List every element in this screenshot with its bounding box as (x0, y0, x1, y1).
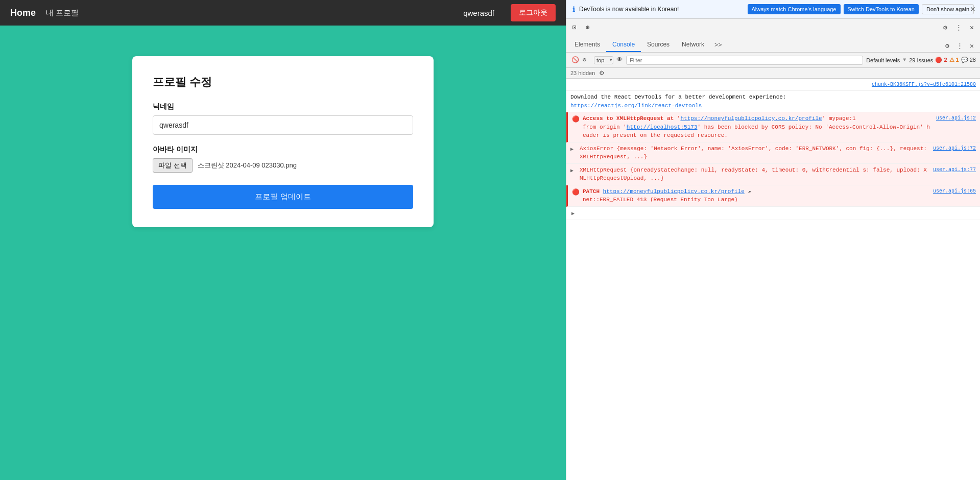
main-content: 프로필 수정 닉네임 아바타 이미지 파일 선택 스크린샷 2024-04-09… (0, 26, 566, 480)
file-select-button[interactable]: 파일 선택 (153, 158, 193, 173)
expand-arrow-1: ▶ (570, 146, 577, 153)
notification-text: DevTools is now available in Korean! (579, 6, 742, 13)
app-container: Home 내 프로필 qwerasdf 로그아웃 프로필 수정 닉네임 아바타 … (0, 0, 566, 480)
xhr-content: XMLHttpRequest {onreadystatechange: null… (580, 166, 930, 183)
toggle-device-toolbar-icon[interactable]: ⊡ (568, 21, 581, 34)
error-icon-2: 🔴 (572, 188, 580, 197)
expand-arrow-bottom: ▶ (571, 210, 578, 218)
patch-error-content: PATCH https://moneyfulpublicpolicy.co.kr… (583, 187, 930, 204)
extra-count: 💬 28 (961, 57, 976, 63)
console-filter-input[interactable] (626, 56, 863, 65)
entry-3-source[interactable]: user.api.js:72 (933, 145, 976, 152)
tab-network[interactable]: Network (676, 38, 710, 52)
devtools-tabs: Elements Console Sources Network >> ⚙ ⋮ … (566, 36, 980, 53)
entry-4-source[interactable]: user.api.js:77 (933, 166, 976, 174)
update-profile-button[interactable]: 프로필 업데이트 (153, 185, 413, 209)
cors-error-text1: ' mypage:1 (822, 115, 856, 122)
info-icon: ℹ (572, 5, 575, 14)
file-name: 스크린샷 2024-04-09 023030.png (198, 161, 297, 170)
xhr-text: XMLHttpRequest {onreadystatechange: null… (580, 167, 927, 182)
devtools-panel: ℹ DevTools is now available in Korean! A… (566, 0, 980, 480)
devtools-notification-bar: ℹ DevTools is now available in Korean! A… (566, 0, 980, 19)
tab-settings-icon[interactable]: ⚙ (941, 40, 953, 52)
error-icon-1: 🔴 (572, 115, 580, 124)
console-entry-expand-bottom[interactable]: ▶ (566, 207, 980, 220)
match-language-button[interactable]: Always match Chrome's language (748, 4, 841, 14)
entry-2-source[interactable]: user.api.js:2 (936, 114, 976, 122)
profile-card: 프로필 수정 닉네임 아바타 이미지 파일 선택 스크린샷 2024-04-09… (132, 56, 434, 227)
tab-more-icon[interactable]: >> (710, 39, 726, 52)
console-entry-xhr[interactable]: ▶ XMLHttpRequest {onreadystatechange: nu… (566, 164, 980, 185)
avatar-section: 아바타 이미지 파일 선택 스크린샷 2024-04-09 023030.png (153, 145, 413, 173)
cors-error-highlight: Access to XMLHttpRequest at ' (583, 115, 680, 122)
react-devtools-link[interactable]: https://reactjs.org/link/react-devtools (570, 103, 702, 109)
warn-count: ⚠ 1 (949, 57, 959, 63)
context-selector-wrapper: top ▼ (594, 56, 613, 64)
switch-devtools-button[interactable]: Switch DevTools to Korean (844, 4, 919, 14)
chevron-levels-icon: ▼ (903, 57, 906, 63)
notification-actions: Always match Chrome's language Switch De… (748, 4, 974, 14)
default-levels-select[interactable]: Default levels (866, 57, 900, 63)
file-row: 파일 선택 스크린샷 2024-04-09 023030.png (153, 158, 413, 173)
console-entry-1: chunk-BK36KSFF.js?v=d5fe6101:21580 (566, 79, 980, 91)
dont-show-button[interactable]: Don't show again (922, 4, 974, 14)
entry-1-text: Download the React DevTools for a better… (570, 94, 786, 100)
console-entry-patch-error: 🔴 PATCH https://moneyfulpublicpolicy.co.… (566, 185, 980, 207)
patch-method: PATCH (583, 188, 603, 195)
eye-icon[interactable]: 👁 (616, 56, 623, 64)
tab-close-icon[interactable]: ✕ (966, 40, 978, 52)
console-output: chunk-BK36KSFF.js?v=d5fe6101:21580 Downl… (566, 79, 980, 480)
tab-sources[interactable]: Sources (641, 38, 676, 52)
patch-external-icon: ↗ (748, 189, 751, 195)
inspect-element-icon[interactable]: ⊕ (582, 21, 594, 34)
entry-1-source[interactable]: chunk-BK36KSFF.js?v=d5fe6101:21580 (872, 81, 976, 88)
logout-button[interactable]: 로그아웃 (511, 4, 556, 21)
avatar-label: 아바타 이미지 (153, 145, 413, 154)
devtools-toolbar: ⊡ ⊕ ⚙ ⋮ ✕ (566, 19, 980, 36)
entry-1-content: Download the React DevTools for a better… (570, 93, 976, 110)
axios-error-content: AxiosError {message: 'Network Error', na… (580, 145, 930, 161)
issues-count: 29 Issues 🔴 2 ⚠ 1 💬 28 (909, 57, 976, 63)
notification-close-button[interactable]: ✕ (970, 5, 976, 13)
localhost-link[interactable]: http://localhost:5173 (627, 124, 698, 130)
close-devtools-icon[interactable]: ✕ (966, 21, 978, 34)
hidden-settings-icon[interactable]: ⚙ (599, 69, 605, 77)
tab-console[interactable]: Console (606, 38, 641, 52)
console-entry-axios[interactable]: ▶ AxiosError {message: 'Network Error', … (566, 142, 980, 164)
cors-error-text2: from origin 'http://localhost:5173' has … (583, 124, 930, 139)
expand-arrow-2: ▶ (570, 167, 577, 175)
patch-error-detail: net::ERR_FAILED 413 (Request Entity Too … (583, 197, 738, 203)
cors-error-content: Access to XMLHttpRequest at 'https://mon… (583, 114, 933, 140)
console-entry-cors-error: 🔴 Access to XMLHttpRequest at 'https://m… (566, 112, 980, 142)
console-entry-1b: Download the React DevTools for a better… (566, 91, 980, 112)
tab-elements[interactable]: Elements (568, 38, 606, 52)
axios-error-text: AxiosError {message: 'Network Error', na… (580, 146, 927, 160)
nickname-input[interactable] (153, 115, 413, 135)
settings-gear-icon[interactable]: ⚙ (939, 21, 951, 34)
tab-more-options-icon[interactable]: ⋮ (953, 40, 966, 52)
cors-error-url[interactable]: https://moneyfulpublicpolicy.co.kr/profi… (680, 115, 822, 122)
navbar: Home 내 프로필 qwerasdf 로그아웃 (0, 0, 566, 26)
context-select[interactable]: top (594, 56, 613, 64)
nickname-label: 닉네임 (153, 102, 413, 111)
hidden-bar: 23 hidden ⚙ (566, 68, 980, 79)
patch-url[interactable]: https://moneyfulpublicpolicy.co.kr/profi… (603, 188, 745, 195)
nav-profile-link[interactable]: 내 프로필 (46, 8, 79, 18)
more-options-icon[interactable]: ⋮ (952, 21, 965, 34)
hidden-count-label: 23 hidden (570, 70, 595, 76)
console-subtoolbar: 🚫 ⊘ top ▼ 👁 Default levels ▼ 29 Issues 🔴… (566, 53, 980, 68)
filter-icon[interactable]: ⊘ (583, 56, 591, 64)
nav-username: qwerasdf (463, 9, 494, 17)
issues-label: 29 Issues (909, 57, 933, 63)
clear-console-icon[interactable]: 🚫 (570, 56, 580, 65)
card-title: 프로필 수정 (153, 75, 413, 90)
nav-home-link[interactable]: Home (10, 8, 36, 18)
entry-5-source[interactable]: user.api.js:65 (933, 187, 976, 195)
error-count: 🔴 2 (935, 57, 947, 63)
